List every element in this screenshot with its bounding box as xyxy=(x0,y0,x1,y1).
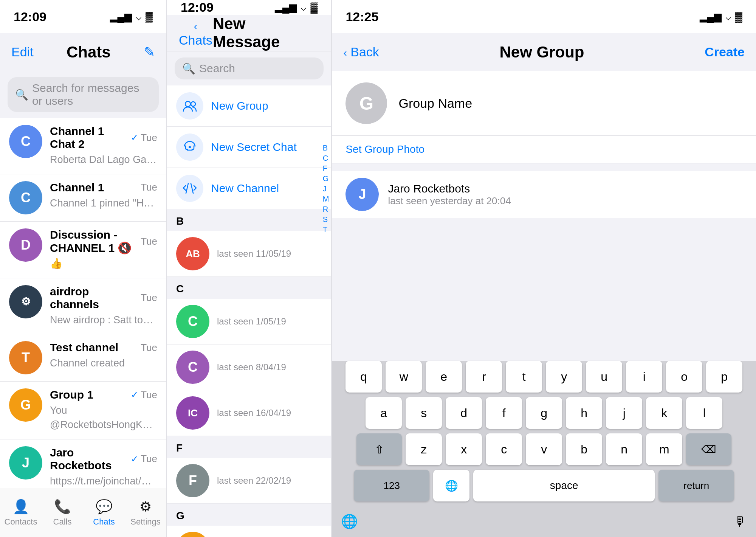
avatar-discussion: D xyxy=(9,228,42,262)
alpha-r[interactable]: R xyxy=(323,205,329,214)
chat-name-group1: Group 1 xyxy=(50,388,93,401)
key-g[interactable]: g xyxy=(526,397,562,429)
mic-icon[interactable]: 🎙 xyxy=(733,514,747,529)
new-secret-chat-action[interactable]: New Secret Chat xyxy=(167,127,331,168)
key-b[interactable]: b xyxy=(566,433,602,465)
key-v[interactable]: v xyxy=(526,433,562,465)
chat-info-testchannel: Test channel Tue Channel created xyxy=(50,341,157,371)
key-c[interactable]: c xyxy=(486,433,522,465)
key-j[interactable]: j xyxy=(606,397,642,429)
contact-f1[interactable]: F last seen 22/02/19 xyxy=(167,458,331,504)
contact-ic[interactable]: IC last seen 16/04/19 xyxy=(167,390,331,436)
back-chevron-icon: ‹ xyxy=(194,20,197,32)
alpha-f[interactable]: F xyxy=(323,164,329,173)
key-e[interactable]: e xyxy=(426,361,462,393)
key-i[interactable]: i xyxy=(626,361,662,393)
contacts-list-b: AB last seen 11/05/19 xyxy=(167,231,331,277)
tab-calls[interactable]: 📞 Calls xyxy=(42,488,83,537)
alpha-g[interactable]: G xyxy=(323,174,329,183)
chat-item-channel1[interactable]: C Channel 1 Tue Channel 1 pinned "Hello … xyxy=(0,174,166,222)
chat-item-jaro[interactable]: J Jaro Rocketbots ✓ Tue https://t.me/joi… xyxy=(0,439,166,488)
wifi-icon-2: ⌵ xyxy=(301,2,307,13)
signal-icon-3: ▂▄▆ xyxy=(700,11,722,23)
chat-item-airdrop[interactable]: ⚙ airdrop channels Tue New airdrop : Sat… xyxy=(0,278,166,335)
section-f-label: F xyxy=(167,436,331,458)
tab-contacts[interactable]: 👤 Contacts xyxy=(0,488,42,537)
alpha-index: B C F G J M R S T xyxy=(323,144,329,234)
key-o[interactable]: o xyxy=(666,361,702,393)
new-group-action[interactable]: New Group xyxy=(167,85,331,127)
alpha-t[interactable]: T xyxy=(323,225,329,234)
contact-c2[interactable]: C last seen 8/04/19 xyxy=(167,345,331,390)
signal-icon: ▂▄▆ xyxy=(110,11,132,23)
alpha-b[interactable]: B xyxy=(323,144,329,152)
key-h[interactable]: h xyxy=(566,397,602,429)
key-123[interactable]: 123 xyxy=(354,470,429,501)
chat-item-channel1chat2[interactable]: C Channel 1 Chat 2 ✓ Tue Roberta Dal Lag… xyxy=(0,118,166,174)
key-n[interactable]: n xyxy=(606,433,642,465)
key-a[interactable]: a xyxy=(366,397,402,429)
chat-item-testchannel[interactable]: T Test channel Tue Channel created xyxy=(0,334,166,382)
search-bar-newmessage[interactable]: 🔍 Search xyxy=(175,57,324,79)
alpha-s[interactable]: S xyxy=(323,215,329,224)
avatar-g1-nm: G xyxy=(176,532,209,537)
edit-button[interactable]: Edit xyxy=(11,45,34,59)
create-button[interactable]: Create xyxy=(705,45,745,59)
key-r[interactable]: r xyxy=(466,361,502,393)
key-w[interactable]: w xyxy=(386,361,422,393)
chat-time-airdrop: Tue xyxy=(141,292,157,304)
keyboard-rows: q w e r t y u i o p a s d f g h j k xyxy=(332,361,756,509)
check-icon-jaro: ✓ xyxy=(131,454,138,464)
member-jaro[interactable]: J Jaro Rocketbots last seen yesterday at… xyxy=(332,171,756,218)
svg-point-2 xyxy=(189,146,191,148)
contacts-list-f: F last seen 22/02/19 xyxy=(167,458,331,504)
chat-name-jaro: Jaro Rocketbots xyxy=(50,446,131,472)
battery-icon-3: ▓ xyxy=(735,11,742,23)
key-p[interactable]: p xyxy=(706,361,742,393)
alpha-m[interactable]: M xyxy=(323,195,329,203)
key-m[interactable]: m xyxy=(646,433,682,465)
key-space[interactable]: space xyxy=(473,470,655,501)
key-t[interactable]: t xyxy=(506,361,542,393)
key-q[interactable]: q xyxy=(345,361,382,393)
new-channel-action[interactable]: New Channel xyxy=(167,168,331,209)
contact-ab[interactable]: AB last seen 11/05/19 xyxy=(167,231,331,277)
key-s[interactable]: s xyxy=(406,397,442,429)
contact-g1[interactable]: G last seen 12/05/19 xyxy=(167,526,331,537)
key-shift[interactable]: ⇧ xyxy=(356,433,402,465)
key-x[interactable]: x xyxy=(446,433,482,465)
key-z[interactable]: z xyxy=(406,433,442,465)
key-l[interactable]: l xyxy=(686,397,722,429)
globe-bottom-icon[interactable]: 🌐 xyxy=(341,514,358,529)
back-to-chats-button[interactable]: ‹ Chats xyxy=(178,18,213,48)
key-f[interactable]: f xyxy=(486,397,522,429)
back-button-newgroup[interactable]: ‹ Back xyxy=(343,45,379,59)
chat-header-airdrop: airdrop channels Tue xyxy=(50,285,157,311)
key-return[interactable]: return xyxy=(658,470,734,501)
set-group-photo-button[interactable]: Set Group Photo xyxy=(332,136,756,163)
group-name-input[interactable] xyxy=(398,96,742,111)
key-u[interactable]: u xyxy=(586,361,622,393)
key-y[interactable]: y xyxy=(546,361,582,393)
chat-preview-channel1: Channel 1 pinned "Hello I just cr..." xyxy=(50,196,157,211)
key-delete[interactable]: ⌫ xyxy=(686,433,731,465)
chat-time-group1: Tue xyxy=(141,389,157,401)
panel-chats: 12:09 ▂▄▆ ⌵ ▓ Edit Chats ✎ 🔍 Search for … xyxy=(0,0,166,537)
key-globe[interactable]: 🌐 xyxy=(433,470,469,501)
chat-name-c1chat2: Channel 1 Chat 2 xyxy=(50,125,131,151)
search-bar-chats[interactable]: 🔍 Search for messages or users xyxy=(8,77,159,112)
key-k[interactable]: k xyxy=(646,397,682,429)
chat-item-discussion[interactable]: D Discussion - CHANNEL 1 🔇 Tue 👍 xyxy=(0,222,166,278)
avatar-testchannel: T xyxy=(9,341,42,374)
compose-icon[interactable]: ✎ xyxy=(144,44,155,60)
back-label-2: Back xyxy=(350,45,379,59)
key-d[interactable]: d xyxy=(446,397,482,429)
contact-c1[interactable]: C last seen 1/05/19 xyxy=(167,299,331,345)
nav-bar-chats: Edit Chats ✎ xyxy=(0,33,166,71)
chat-item-group1[interactable]: G Group 1 ✓ Tue You @RocketbotsHongKongB… xyxy=(0,382,166,439)
alpha-j[interactable]: J xyxy=(323,185,329,193)
tab-settings[interactable]: ⚙ Settings xyxy=(125,488,166,537)
tab-chats[interactable]: 💬 Chats xyxy=(83,488,125,537)
alpha-c[interactable]: C xyxy=(323,154,329,163)
svg-point-0 xyxy=(185,101,191,107)
